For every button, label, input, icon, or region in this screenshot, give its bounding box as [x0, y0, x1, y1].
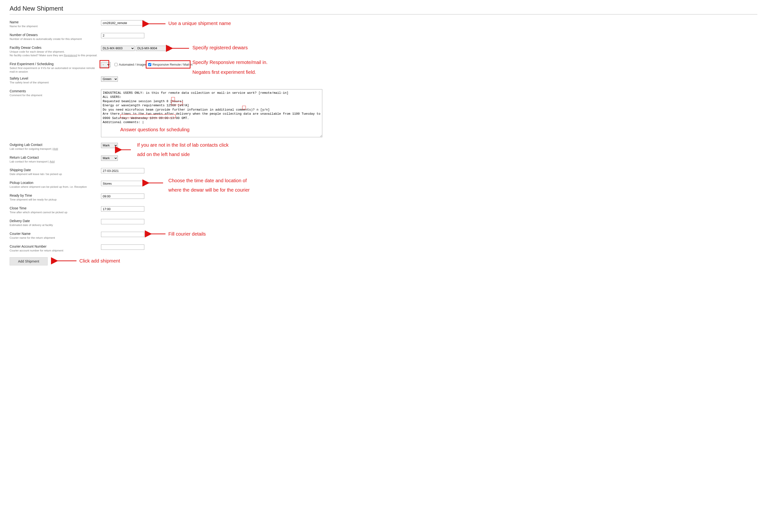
annot-submit: Click add shipment	[79, 258, 120, 264]
page-title: Add New Shipment	[10, 5, 757, 12]
automated-checkbox[interactable]	[114, 63, 118, 66]
facility-code-select-2[interactable]: DLS-MX-9004	[136, 46, 169, 51]
outgoing-desc: Lab contact for outgoing transport | Add	[10, 147, 99, 151]
pickup-desc: Location where shipment can be picked up…	[10, 185, 99, 189]
num-dewars-desc: Number of dewars to automatically create…	[10, 37, 99, 41]
pickup-label: Pickup Location	[10, 181, 99, 185]
annot-labcontact-1: If you are not in the list of lab contac…	[137, 142, 252, 148]
close-desc: Time after which shipment cannot be pick…	[10, 211, 99, 214]
deliv-date-input[interactable]	[101, 219, 144, 224]
outgoing-label: Outgoing Lab Contact	[10, 143, 99, 147]
responsive-label: Responsive Remote / Mail-in	[152, 63, 192, 66]
name-label: Name	[10, 20, 99, 24]
ready-desc: Time shipment will be ready for pickup	[10, 198, 99, 201]
comments-textarea[interactable]	[101, 89, 322, 137]
courier-name-label: Courier Name	[10, 232, 99, 236]
courier-acct-input[interactable]	[101, 244, 144, 250]
annot-responsive-1: Specify Responsive remote/mail in.	[192, 59, 293, 66]
pickup-input[interactable]	[101, 181, 144, 186]
comments-desc: Comment for the shipment	[10, 94, 99, 97]
courier-name-desc: Courier name for the return shipment	[10, 236, 99, 240]
annot-date-location-1: Choose the time date and location of	[168, 177, 272, 184]
return-desc: Lab contact for return transport | Add	[10, 160, 99, 163]
ready-input[interactable]	[101, 194, 144, 199]
annot-date-location-2: where the dewar will be for the courier	[168, 187, 272, 193]
outgoing-add-link[interactable]: Add	[53, 147, 58, 150]
responsive-checkbox[interactable]	[148, 63, 151, 66]
num-dewars-label: Number of Dewars	[10, 33, 99, 37]
annot-courier: Fill courier details	[168, 231, 206, 237]
name-desc: Name for the shipment	[10, 25, 99, 28]
courier-name-input[interactable]	[101, 232, 144, 237]
facility-codes-desc: Unique code for each dewar of the shipme…	[10, 50, 99, 57]
ship-date-label: Shipping Date	[10, 168, 99, 172]
return-add-link[interactable]: Add	[50, 160, 55, 163]
safety-label: Safety Level	[10, 76, 99, 80]
safety-select[interactable]: Green	[101, 76, 118, 82]
courier-acct-desc: Courier account number for return shipme…	[10, 249, 99, 252]
return-label: Return Lab Contact	[10, 156, 99, 159]
first-exp-label: First Experiment / Scheduling	[10, 62, 99, 66]
name-input[interactable]	[101, 20, 144, 25]
comments-label: Comments	[10, 89, 99, 93]
deliv-date-desc: Estimated date of delivery at facility	[10, 223, 99, 227]
annot-responsive-2: Negates first experiment field.	[192, 69, 293, 75]
num-dewars-input[interactable]	[101, 33, 144, 38]
annot-name: Use a unique shipment name	[168, 20, 231, 27]
facility-codes-label: Facility Dewar Codes	[10, 46, 99, 50]
facility-code-select-1[interactable]: DLS-MX-9003	[101, 46, 135, 51]
ship-date-desc: Date shipment will leave lab / be picked…	[10, 172, 99, 176]
courier-acct-label: Courier Account Number	[10, 244, 99, 248]
annot-dewars: Specify registered dewars	[192, 44, 248, 51]
deliv-date-label: Delivery Date	[10, 219, 99, 223]
first-exp-desc: Select first experiment or if it's for a…	[10, 66, 99, 74]
automated-label: Automated / Imager	[119, 63, 146, 66]
safety-desc: The safety level of the shipment	[10, 81, 99, 84]
outgoing-select[interactable]: Mark	[101, 143, 118, 148]
close-label: Close Time	[10, 206, 99, 210]
ship-date-input[interactable]	[101, 168, 144, 173]
return-select[interactable]: Mark	[101, 156, 118, 161]
close-input[interactable]	[101, 206, 144, 212]
ready-label: Ready by Time	[10, 194, 99, 197]
first-exp-session-select[interactable]: -	[101, 62, 111, 67]
add-shipment-button[interactable]: Add Shipment	[10, 257, 48, 265]
registered-link[interactable]: Registered	[64, 54, 77, 57]
